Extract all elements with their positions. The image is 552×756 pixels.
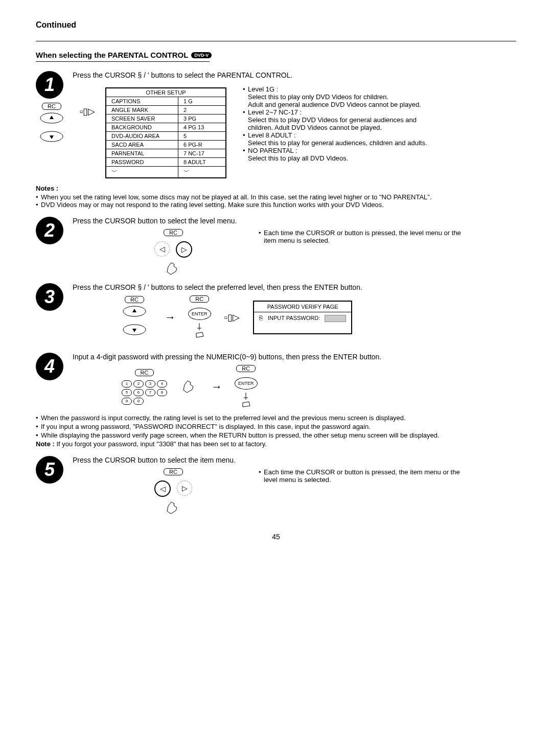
arrow-icon: → — [165, 311, 176, 324]
dvd-v-badge: DVD-V — [191, 52, 212, 58]
step-4: 4 Input a 4-digit password with pressing… — [36, 353, 516, 409]
step-1: 1 RC Press the CURSOR § / ' buttons to s… — [36, 71, 516, 178]
step-3: 3 Press the CURSOR § / ' buttons to sele… — [36, 283, 516, 339]
svg-marker-7 — [132, 329, 136, 332]
page-number: 45 — [36, 533, 516, 541]
step2-text: Press the CURSOR button to select the le… — [73, 217, 516, 225]
cursor-right-icon: ▷ — [177, 480, 192, 496]
cursor-left-icon: ◁ — [154, 241, 170, 257]
hand-icon — [180, 378, 199, 396]
note-label: Note : — [36, 440, 55, 448]
divider — [36, 41, 516, 41]
step1-text: Press the CURSOR § / ' buttons to select… — [73, 71, 516, 79]
enter-button-icon: ENTER — [188, 308, 211, 320]
other-setup-title: OTHER SETUP — [106, 88, 226, 97]
cursor-left-icon: ◁ — [154, 480, 171, 497]
step-5: 5 Press the CURSOR button to select the … — [36, 456, 516, 517]
hand-icon — [190, 321, 209, 339]
section-title: When selecting the PARENTAL CONTROL — [36, 51, 188, 59]
remote-updown: RC — [39, 103, 64, 146]
step3-text: Press the CURSOR § / ' buttons to select… — [73, 283, 516, 291]
notes-heading: Notes : — [36, 185, 516, 192]
arrow-icon: ▫▯▷ — [224, 312, 240, 323]
step5-text: Press the CURSOR button to select the it… — [73, 456, 516, 464]
svg-marker-5 — [132, 309, 136, 312]
svg-marker-1 — [50, 116, 54, 119]
enter-button-icon: ENTER — [235, 377, 258, 390]
remote-lr: RC ◁ ▷ — [154, 229, 192, 278]
header-continued: Continued — [36, 20, 516, 30]
hand-icon — [237, 391, 255, 409]
section-header: When selecting the PARENTAL CONTROL DVD-… — [36, 51, 516, 59]
step-number-4: 4 — [36, 353, 63, 380]
step-number-2: 2 — [36, 217, 63, 244]
hand-icon — [164, 499, 182, 517]
notes-1: •When you set the rating level low, some… — [36, 193, 516, 209]
step4-text: Input a 4-digit password with pressing t… — [73, 353, 516, 361]
level-descriptions: •Level 1G : Select this to play only DVD… — [239, 85, 437, 162]
row-captions: CAPTIONS — [106, 97, 178, 106]
key-icon: ⎘ — [259, 314, 266, 322]
arrow-icon: ▫▯▷ — [80, 106, 95, 117]
arrow-icon: → — [211, 380, 222, 394]
password-input — [325, 315, 346, 322]
hand-icon — [164, 260, 182, 278]
step-number-1: 1 — [36, 71, 63, 99]
cursor-up-down-icon — [39, 112, 64, 146]
other-setup-table: OTHER SETUP CAPTIONS1 G ANGLE MARK2 SCRE… — [105, 87, 226, 178]
after-step4-notes: •When the password is input correctly, t… — [36, 414, 516, 448]
rc-label: RC — [42, 103, 61, 110]
cursor-up-down-icon — [122, 305, 147, 339]
step-number-3: 3 — [36, 283, 63, 311]
svg-marker-3 — [50, 135, 54, 139]
step-number-5: 5 — [36, 456, 63, 484]
section-underline — [36, 61, 210, 62]
password-verify-box: PASSWORD VERIFY PAGE ⎘ INPUT PASSWORD: — [253, 301, 353, 334]
cursor-right-icon: ▷ — [176, 241, 192, 258]
numeric-pad-icon: 1234 5678 90 — [122, 380, 167, 405]
remote-lr: RC ◁ ▷ — [154, 468, 192, 517]
step-2: 2 Press the CURSOR button to select the … — [36, 217, 516, 278]
step5-side: •Each time the CURSOR or button is press… — [259, 468, 473, 484]
step2-side: •Each time the CURSOR or button is press… — [259, 229, 473, 244]
